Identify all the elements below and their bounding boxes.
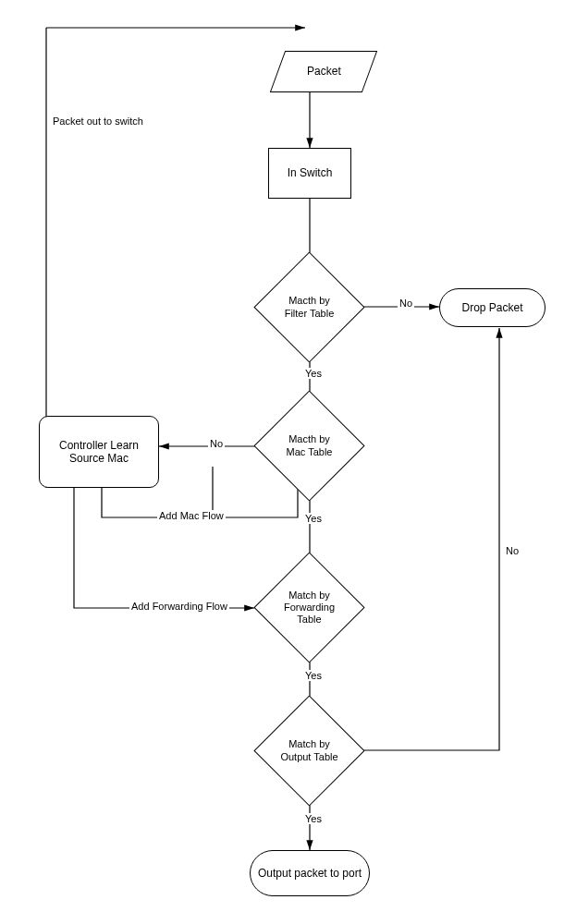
label-in-switch: In Switch <box>288 166 333 179</box>
edge-add-mac-flow: Add Mac Flow <box>157 510 226 521</box>
node-controller-learn: Controller Learn Source Mac <box>39 416 159 488</box>
node-filter-table: Macth by Filter Table <box>270 268 349 346</box>
edge-no-2: No <box>208 438 225 449</box>
node-drop-packet: Drop Packet <box>439 288 546 327</box>
label-output-table: Match by Output Table <box>270 711 349 790</box>
label-mac-table: Macth by Mac Table <box>270 407 349 485</box>
node-output-table: Match by Output Table <box>270 711 349 790</box>
label-controller-learn: Controller Learn Source Mac <box>43 439 154 466</box>
edge-packet-out: Packet out to switch <box>51 116 145 127</box>
label-filter-table: Macth by Filter Table <box>270 268 349 346</box>
node-mac-table: Macth by Mac Table <box>270 407 349 485</box>
label-forwarding-table: Match by Forwarding Table <box>270 568 349 647</box>
label-packet: Packet <box>307 65 341 78</box>
edge-no-3: No <box>504 545 521 556</box>
flowchart-canvas: Packet In Switch Macth by Filter Table D… <box>0 0 564 924</box>
edge-no-1: No <box>398 298 414 309</box>
node-packet: Packet <box>270 51 377 92</box>
label-drop-packet: Drop Packet <box>461 301 522 314</box>
edge-add-forwarding-flow: Add Forwarding Flow <box>129 601 229 612</box>
edge-yes-1: Yes <box>303 368 324 379</box>
node-forwarding-table: Match by Forwarding Table <box>270 568 349 647</box>
edge-yes-3: Yes <box>303 670 324 681</box>
node-output-port: Output packet to port <box>250 850 370 896</box>
node-in-switch: In Switch <box>268 148 351 199</box>
edge-yes-4: Yes <box>303 813 324 824</box>
label-output-port: Output packet to port <box>258 867 362 880</box>
edge-yes-2: Yes <box>303 513 324 524</box>
